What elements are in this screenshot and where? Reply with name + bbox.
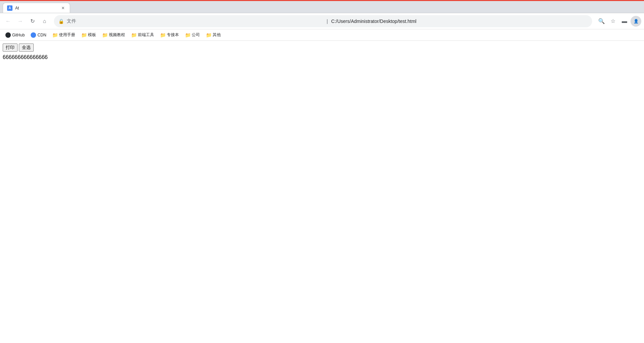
github-icon xyxy=(5,32,11,38)
folder-icon-transfer: 📁 xyxy=(160,32,165,38)
browser-window: A At ✕ ← → ↻ ⌂ 🔒 文件 | C:/Users/Administr… xyxy=(0,0,644,343)
address-bar[interactable]: 🔒 文件 | C:/Users/Administrator/Desktop/te… xyxy=(54,15,592,27)
tab-title: At xyxy=(15,6,58,10)
tab-favicon: A xyxy=(7,5,12,11)
bookmark-transfer-label: 专接本 xyxy=(167,32,179,38)
bookmark-manual-label: 使用手册 xyxy=(59,32,75,38)
bookmarks-star-button[interactable]: ☆ xyxy=(608,16,618,27)
bookmark-other-label: 其他 xyxy=(213,32,221,38)
cdn-icon xyxy=(31,32,36,38)
secure-icon: 🔒 xyxy=(58,19,64,24)
bookmark-company[interactable]: 📁 公司 xyxy=(182,31,203,39)
tab-close-icon[interactable]: ✕ xyxy=(60,5,66,11)
nav-right-buttons: 🔍 ☆ ▬ 👤 xyxy=(596,16,641,27)
folder-icon-manual: 📁 xyxy=(52,32,58,38)
bookmarks-bar: GitHub CDN 📁 使用手册 📁 模板 📁 视频教程 xyxy=(0,29,644,41)
folder-icon-company: 📁 xyxy=(185,32,190,38)
home-button[interactable]: ⌂ xyxy=(39,16,50,27)
bookmark-company-label: 公司 xyxy=(192,32,200,38)
bookmark-template[interactable]: 📁 模板 xyxy=(79,31,99,39)
bookmark-github-label: GitHub xyxy=(12,33,25,37)
bookmark-manual[interactable]: 📁 使用手册 xyxy=(50,31,78,39)
reload-button[interactable]: ↻ xyxy=(27,16,38,27)
extensions-button[interactable]: ▬ xyxy=(619,16,630,27)
screen-search-button[interactable]: 🔍 xyxy=(596,16,607,27)
folder-icon-video: 📁 xyxy=(102,32,108,38)
bookmark-video[interactable]: 📁 视频教程 xyxy=(99,31,128,39)
page-buttons: 打印 全选 xyxy=(3,44,641,52)
active-tab[interactable]: A At ✕ xyxy=(3,3,70,13)
bookmark-tools-label: 前端工具 xyxy=(138,32,154,38)
protocol-label: 文件 xyxy=(67,18,323,24)
bookmark-cdn-label: CDN xyxy=(37,33,46,37)
page-content: 打印 全选 666666666666666 xyxy=(0,41,644,343)
forward-button[interactable]: → xyxy=(15,16,26,27)
back-button[interactable]: ← xyxy=(3,16,13,27)
bookmark-template-label: 模板 xyxy=(88,32,96,38)
nav-bar: ← → ↻ ⌂ 🔒 文件 | C:/Users/Administrator/De… xyxy=(0,13,644,29)
tab-bar: A At ✕ xyxy=(0,1,644,13)
content-text: 666666666666666 xyxy=(3,54,641,60)
select-all-button[interactable]: 全选 xyxy=(19,44,34,52)
bookmark-tools[interactable]: 📁 前端工具 xyxy=(128,31,157,39)
folder-icon-tools: 📁 xyxy=(131,32,136,38)
print-button[interactable]: 打印 xyxy=(3,44,18,52)
bookmark-cdn[interactable]: CDN xyxy=(28,31,49,39)
bookmark-github[interactable]: GitHub xyxy=(3,31,27,39)
bookmark-transfer[interactable]: 📁 专接本 xyxy=(157,31,182,39)
folder-icon-template: 📁 xyxy=(81,32,87,38)
profile-button[interactable]: 👤 xyxy=(631,16,641,27)
bookmark-other[interactable]: 📁 其他 xyxy=(203,31,223,39)
address-url: C:/Users/Administrator/Desktop/test.html xyxy=(331,19,588,24)
address-separator: | xyxy=(327,19,328,24)
bookmark-video-label: 视频教程 xyxy=(109,32,125,38)
folder-icon-other: 📁 xyxy=(206,32,211,38)
